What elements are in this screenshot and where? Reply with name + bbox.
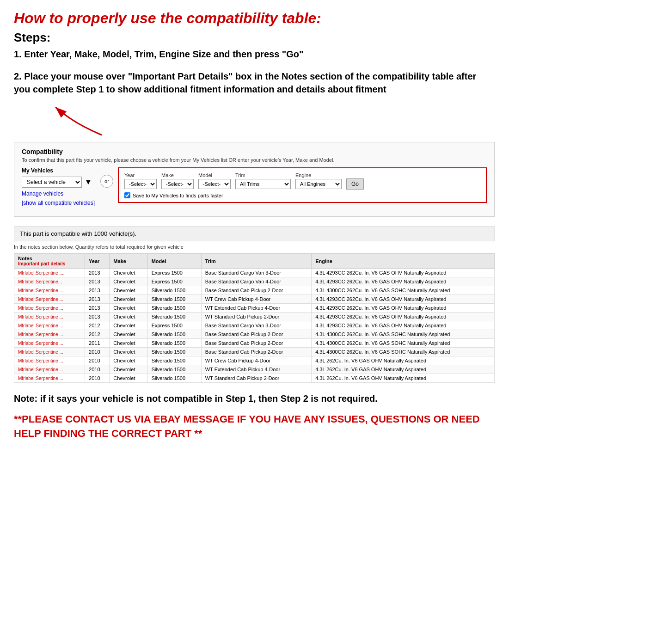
cell-notes: Mfrlabel:Serpentine ... <box>14 295 85 304</box>
cell-model: Express 1500 <box>147 277 201 286</box>
cell-trim: WT Extended Cab Pickup 4-Door <box>201 365 312 374</box>
make-field: Make -Select- <box>161 172 194 189</box>
cell-make: Chevrolet <box>110 348 147 356</box>
cell-engine: 4.3L 4300CC 262Cu. In. V6 GAS SOHC Natur… <box>312 330 495 339</box>
show-all-link[interactable]: [show all compatible vehicles] <box>22 200 96 206</box>
notes-sub-header: Important part details <box>18 261 81 266</box>
cell-engine: 4.3L 4293CC 262Cu. In. V6 GAS OHV Natura… <box>312 295 495 304</box>
cell-make: Chevrolet <box>110 304 147 313</box>
cell-model: Silverado 1500 <box>147 374 201 383</box>
engine-select[interactable]: All Engines <box>295 179 342 189</box>
cell-model: Silverado 1500 <box>147 348 201 356</box>
cell-year: 2011 <box>85 339 110 348</box>
table-row: Mfrlabel:Serpentine ...2010ChevroletSilv… <box>14 356 495 365</box>
make-label: Make <box>161 172 194 178</box>
cell-year: 2013 <box>85 286 110 295</box>
my-vehicles-label: My Vehicles <box>22 167 96 174</box>
vehicle-select-dropdown[interactable]: Select a vehicle <box>22 177 82 188</box>
model-select[interactable]: -Select- <box>198 179 231 189</box>
table-row: Mfrlabel:Serpentine ...2012ChevroletSilv… <box>14 330 495 339</box>
compat-subtitle: To confirm that this part fits your vehi… <box>22 157 487 163</box>
table-row: Mfrlabel:Serpentine ...2011ChevroletSilv… <box>14 339 495 348</box>
cell-year: 2013 <box>85 313 110 321</box>
cell-trim: WT Crew Cab Pickup 4-Door <box>201 295 312 304</box>
cell-engine: 4.3L 262Cu. In. V6 GAS OHV Naturally Asp… <box>312 374 495 383</box>
compatibility-section: Compatibility To confirm that this part … <box>14 142 495 217</box>
cell-year: 2013 <box>85 304 110 313</box>
cell-trim: Base Standard Cab Pickup 2-Door <box>201 286 312 295</box>
cell-year: 2010 <box>85 365 110 374</box>
arrow-decoration <box>14 105 134 142</box>
th-model: Model <box>147 254 201 269</box>
cell-engine: 4.3L 4293CC 262Cu. In. V6 GAS OHV Natura… <box>312 277 495 286</box>
cell-trim: WT Standard Cab Pickup 2-Door <box>201 374 312 383</box>
cell-model: Silverado 1500 <box>147 313 201 321</box>
cell-year: 2013 <box>85 269 110 277</box>
year-label: Year <box>124 172 157 178</box>
cell-model: Silverado 1500 <box>147 295 201 304</box>
make-select[interactable]: -Select- <box>161 179 194 189</box>
th-notes: Notes Important part details <box>14 254 85 269</box>
cell-model: Silverado 1500 <box>147 365 201 374</box>
cell-engine: 4.3L 4293CC 262Cu. In. V6 GAS OHV Natura… <box>312 304 495 313</box>
cell-year: 2010 <box>85 374 110 383</box>
cell-model: Silverado 1500 <box>147 339 201 348</box>
quantity-note: In the notes section below, Quantity ref… <box>14 244 495 250</box>
cell-model: Silverado 1500 <box>147 330 201 339</box>
cell-notes: Mfrlabel:Serpentine ... <box>14 286 85 295</box>
cell-year: 2013 <box>85 277 110 286</box>
compatible-banner: This part is compatible with 1000 vehicl… <box>14 226 495 241</box>
table-row: Mfrlabel:Serpentine ...2010ChevroletSilv… <box>14 348 495 356</box>
cell-trim: Base Standard Cargo Van 3-Door <box>201 269 312 277</box>
manage-vehicles-link[interactable]: Manage vehicles <box>22 190 96 197</box>
cell-year: 2010 <box>85 356 110 365</box>
cell-engine: 4.3L 4300CC 262Cu. In. V6 GAS SOHC Natur… <box>312 286 495 295</box>
th-year: Year <box>85 254 110 269</box>
cell-engine: 4.3L 4293CC 262Cu. In. V6 GAS OHV Natura… <box>312 313 495 321</box>
compat-title: Compatibility <box>22 148 487 155</box>
table-row: Mfrlabel:Serpentine ...2012ChevroletExpr… <box>14 321 495 330</box>
year-select[interactable]: -Select- <box>124 179 157 189</box>
table-row: Mfrlabel:Serpentine ...2013ChevroletSilv… <box>14 313 495 321</box>
trim-select[interactable]: All Trims <box>235 179 291 189</box>
compatibility-table: Notes Important part details Year Make M… <box>14 253 495 383</box>
trim-label: Trim <box>235 172 291 178</box>
cell-trim: Base Standard Cargo Van 3-Door <box>201 321 312 330</box>
th-engine: Engine <box>312 254 495 269</box>
cell-notes: Mfrlabel:Serpentine ... <box>14 321 85 330</box>
cell-engine: 4.3L 4300CC 262Cu. In. V6 GAS SOHC Natur… <box>312 339 495 348</box>
cell-model: Express 1500 <box>147 321 201 330</box>
cell-engine: 4.3L 4293CC 262Cu. In. V6 GAS OHV Natura… <box>312 269 495 277</box>
trim-field: Trim All Trims <box>235 172 291 189</box>
cell-notes: Mfrlabel:Serpentine... <box>14 277 85 286</box>
cell-notes: Mfrlabel:Serpentine ... <box>14 330 85 339</box>
cell-notes: Mfrlabel:Serpentine ... <box>14 339 85 348</box>
cell-make: Chevrolet <box>110 374 147 383</box>
save-vehicles-label: Save to My Vehicles to finds parts faste… <box>133 193 223 198</box>
table-row: Mfrlabel:Serpentine ...2010ChevroletSilv… <box>14 374 495 383</box>
save-vehicles-checkbox[interactable] <box>124 192 130 198</box>
note-text: Note: if it says your vehicle is not com… <box>14 392 495 405</box>
cell-model: Express 1500 <box>147 269 201 277</box>
cell-trim: WT Standard Cab Pickup 2-Door <box>201 313 312 321</box>
cell-model: Silverado 1500 <box>147 286 201 295</box>
steps-label: Steps: <box>14 31 495 45</box>
dropdown-arrow-icon: ▼ <box>85 178 92 186</box>
cell-year: 2013 <box>85 295 110 304</box>
cell-notes: Mfrlabel:Serpentine ... <box>14 348 85 356</box>
model-label: Model <box>198 172 231 178</box>
cell-engine: 4.3L 4293CC 262Cu. In. V6 GAS OHV Natura… <box>312 321 495 330</box>
go-button[interactable]: Go <box>346 178 364 190</box>
year-make-engine-section: Year -Select- Make -Select- Model - <box>118 167 487 203</box>
cell-notes: Mfrlabel:Serpentine ... <box>14 365 85 374</box>
cell-trim: Base Standard Cargo Van 4-Door <box>201 277 312 286</box>
table-row: Mfrlabel:Serpentine ...2013ChevroletSilv… <box>14 286 495 295</box>
vehicle-select-row: Select a vehicle ▼ <box>22 177 96 188</box>
or-circle: or <box>100 175 113 188</box>
cell-model: Silverado 1500 <box>147 356 201 365</box>
cell-trim: WT Extended Cab Pickup 4-Door <box>201 304 312 313</box>
cell-notes: Mfrlabel:Serpentine ... <box>14 313 85 321</box>
cell-model: Silverado 1500 <box>147 304 201 313</box>
cell-make: Chevrolet <box>110 286 147 295</box>
step1-text: 1. Enter Year, Make, Model, Trim, Engine… <box>14 48 495 61</box>
